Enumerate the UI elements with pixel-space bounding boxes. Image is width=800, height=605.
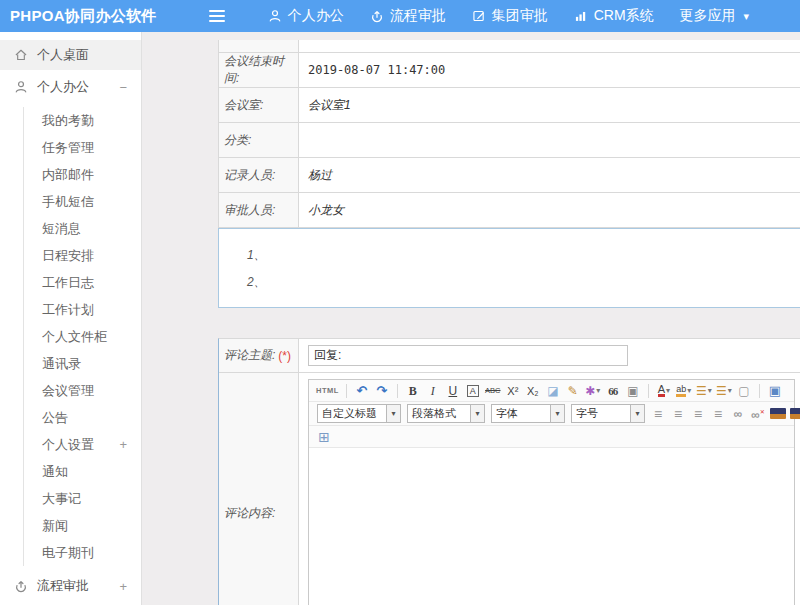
nav-item-workflow-approval[interactable]: 流程审批 [370,7,446,25]
home-icon [14,48,28,62]
field-label: 评论主题:(*) [219,339,299,372]
char-border-button[interactable]: A [465,382,481,399]
redo-button[interactable]: ↷ [374,382,390,399]
auto-typeset-button[interactable]: ✱▾ [585,382,601,399]
unlink-button[interactable]: ∞ [750,405,766,422]
ordered-list-button[interactable]: ☰▾ [696,382,712,399]
toolbar-separator [648,384,649,398]
caret-down-icon: ▾ [550,405,564,422]
nav-item-crm[interactable]: CRM系统 [574,7,654,25]
editor-content-area[interactable] [309,448,794,605]
sidebar-item-label: 任务管理 [42,140,94,155]
underline-button[interactable]: U [445,382,461,399]
sidebar-item-label: 个人设置 [42,437,94,452]
undo-button[interactable]: ↶ [354,382,370,399]
highlight-button[interactable]: ab▾ [676,382,692,399]
sidebar-item[interactable]: 通知 [24,458,141,485]
image-button[interactable] [770,408,786,419]
sidebar-item[interactable]: 任务管理 [24,134,141,161]
preview-button[interactable]: ▣ [767,382,783,399]
blockquote-button[interactable]: 66 [605,382,621,399]
paste-text-button[interactable]: ▣ [625,382,641,399]
sidebar-item-desktop[interactable]: 个人桌面 [0,40,141,70]
select-value: 字号 [572,406,630,421]
insert-table-button[interactable]: ⊞ [316,428,332,445]
field-label: 评论内容: [219,373,299,605]
select-value: 自定义标题 [318,406,386,421]
nav-item-label: 集团审批 [492,7,548,25]
sidebar-item[interactable]: 大事记 [24,485,141,512]
comment-form: 评论主题:(*) 评论内容: HTML↶↷BIUAABCX²X₂◪✎✱▾66▣A… [218,338,800,605]
sidebar-item[interactable]: 电子期刊 [24,539,141,566]
sidebar-item-label: 大事记 [42,491,81,506]
field-value [299,123,800,157]
font-family-select[interactable]: 字体▾ [491,404,565,423]
sidebar-group-personal-office[interactable]: 个人办公 − [0,70,141,104]
table-row: 审批人员:小龙女 [219,193,800,228]
sidebar-group-label: 个人办公 [37,78,89,96]
sidebar-item[interactable]: 手机短信 [24,188,141,215]
comment-subject-input[interactable] [308,345,628,366]
nav-item-more-apps[interactable]: 更多应用▾ [680,7,750,25]
sidebar-item[interactable]: 个人文件柜 [24,323,141,350]
sidebar-item[interactable]: 公告 [24,404,141,431]
paragraph-format-select[interactable]: 段落格式▾ [407,404,485,423]
sidebar-group-label: 流程审批 [37,577,89,595]
app-title: PHPOA协同办公软件 [0,7,157,26]
font-size-select[interactable]: 字号▾ [571,404,645,423]
nav-item-group-approval[interactable]: 集团审批 [472,7,548,25]
sidebar-item[interactable]: 工作日志 [24,269,141,296]
sidebar-item[interactable]: 我的考勤 [24,107,141,134]
sidebar-item-label: 手机短信 [42,194,94,209]
field-label: 会议室: [219,88,299,122]
link-button[interactable]: ∞ [730,405,746,422]
caret-down-icon: ▾ [666,383,670,399]
sidebar-group-workflow-approval[interactable]: 流程审批 + [0,569,141,603]
sidebar-item[interactable]: 会议管理 [24,377,141,404]
subscript-button[interactable]: X₂ [525,382,541,399]
table-row: 会议结束时间:2019-08-07 11:47:00 [219,53,800,88]
align-center-button[interactable]: ≡ [670,405,686,422]
new-page-button[interactable]: ▢ [736,382,752,399]
custom-title-select[interactable]: 自定义标题▾ [317,404,401,423]
field-value: 杨过 [299,158,800,192]
collapse-icon[interactable]: − [119,80,127,95]
sidebar-item[interactable]: 内部邮件 [24,161,141,188]
sidebar-item[interactable]: 个人设置+ [24,431,141,458]
content-area: 会议结束时间:2019-08-07 11:47:00会议室:会议室1分类:记录人… [142,32,800,605]
align-justify-button[interactable]: ≡ [710,405,726,422]
caret-down-icon: ▾ [687,383,691,399]
nav-item-personal-office[interactable]: 个人办公 [268,7,344,25]
bold-button[interactable]: B [405,382,421,399]
sidebar-item[interactable]: 短消息 [24,215,141,242]
nav-item-label: 更多应用 [680,7,736,25]
caret-down-icon: ▾ [596,383,600,399]
menu-icon[interactable] [209,7,225,25]
top-navbar: PHPOA协同办公软件 个人办公流程审批集团审批CRM系统更多应用▾ [0,0,800,32]
sidebar-item-label: 通讯录 [42,356,81,371]
sidebar-item[interactable]: 工作计划 [24,296,141,323]
italic-button[interactable]: I [425,382,441,399]
source-code-button[interactable]: HTML [316,382,339,399]
expand-icon[interactable]: + [119,579,127,594]
sidebar-item[interactable]: 日程安排 [24,242,141,269]
sidebar-item-label: 短消息 [42,221,81,236]
insert-image-button[interactable] [790,408,800,419]
editor-toolbar-row3: ⊞ [309,426,794,448]
align-right-button[interactable]: ≡ [690,405,706,422]
sidebar-item-label: 电子期刊 [42,545,94,560]
nav-item-label: CRM系统 [594,7,654,25]
flow-icon [370,9,384,23]
font-color-button[interactable]: A▾ [656,382,672,399]
align-left-button[interactable]: ≡ [650,405,666,422]
sidebar-item[interactable]: 通讯录 [24,350,141,377]
superscript-button[interactable]: X² [505,382,521,399]
eraser-button[interactable]: ◪ [545,382,561,399]
format-painter-button[interactable]: ✎ [565,382,581,399]
caret-down-icon: ▾ [470,405,484,422]
expand-icon[interactable]: + [119,431,127,458]
unordered-list-button[interactable]: ☰▾ [716,382,732,399]
edit-icon [472,9,486,23]
sidebar-item[interactable]: 新闻 [24,512,141,539]
strikethrough-button[interactable]: ABC [485,382,501,399]
